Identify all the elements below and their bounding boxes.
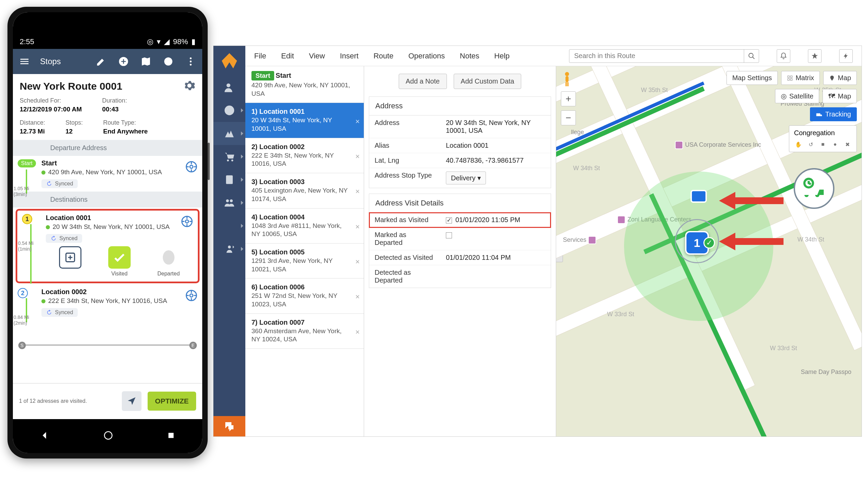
menu-edit[interactable]: Edit — [281, 52, 294, 60]
section-destinations: Destinations — [13, 192, 202, 208]
list-item[interactable]: 2) Location 0002222 E 34th St, New York,… — [245, 138, 364, 173]
list-item[interactable]: 5) Location 00051291 3rd Ave, New York, … — [245, 244, 364, 279]
close-icon[interactable]: × — [355, 222, 360, 231]
zoom-in-button[interactable]: + — [561, 91, 576, 106]
lasso-tool-icon[interactable]: ↺ — [807, 140, 815, 148]
navigate-icon[interactable] — [181, 215, 193, 228]
navigate-icon[interactable] — [185, 161, 197, 173]
clear-tool-icon[interactable]: ✖ — [843, 140, 851, 148]
signal-icon: ◢ — [164, 37, 170, 46]
hamburger-icon[interactable] — [18, 55, 31, 68]
list-item[interactable]: 3) Location 0003405 Lexington Ave, New Y… — [245, 173, 364, 208]
back-icon[interactable] — [40, 430, 50, 442]
svg-point-8 — [163, 250, 174, 265]
action-add-note[interactable] — [59, 246, 81, 277]
map-toggle[interactable]: Map — [823, 71, 857, 85]
stop-marker-1[interactable]: 1 ✓ — [685, 231, 709, 255]
menu-route[interactable]: Route — [374, 52, 394, 60]
side-help[interactable] — [213, 99, 245, 122]
zoom-out-button[interactable]: − — [561, 110, 576, 125]
synced-badge: Synced — [41, 179, 78, 188]
route-search[interactable] — [569, 49, 759, 63]
stop-2[interactable]: 2 0.84 Mi(2min) Location 0002 222 E 34th… — [13, 285, 202, 320]
recent-icon[interactable] — [167, 431, 175, 441]
menu-insert[interactable]: Insert — [340, 52, 359, 60]
stop-type-dropdown[interactable]: Delivery ▾ — [446, 172, 486, 184]
desk-map[interactable]: ‹‹ W 35th St W 35th St W 35th St W 34th … — [556, 66, 862, 436]
action-departed[interactable]: Departed — [157, 246, 180, 277]
svg-rect-26 — [566, 76, 569, 82]
navigate-icon[interactable] — [185, 289, 197, 302]
matrix-toggle[interactable]: Matrix — [781, 71, 820, 85]
close-icon[interactable]: × — [355, 292, 360, 301]
app-logo[interactable] — [213, 46, 245, 76]
vehicle-marker[interactable] — [691, 190, 707, 203]
map-icon[interactable] — [139, 55, 153, 68]
search-input[interactable] — [569, 52, 744, 60]
close-icon[interactable]: × — [355, 152, 360, 161]
scheduled-label: Scheduled For: — [20, 97, 82, 104]
side-routes[interactable] — [213, 122, 245, 145]
rect-tool-icon[interactable]: ■ — [819, 140, 827, 148]
visited-count-msg: 1 of 12 adresses are visited. — [19, 398, 116, 404]
home-icon[interactable] — [103, 430, 113, 442]
stop-start[interactable]: Start 1.05 Mi(3min) Start 420 9th Ave, N… — [13, 156, 202, 192]
tracking-button[interactable]: Tracking — [810, 107, 857, 121]
close-icon[interactable]: × — [355, 257, 360, 266]
bolt-icon[interactable] — [839, 49, 853, 63]
optimize-button[interactable]: OPTIMIZE — [148, 392, 196, 411]
add-icon[interactable] — [117, 55, 130, 68]
route-slider[interactable]: S E — [13, 342, 202, 349]
departed-checkbox[interactable] — [446, 232, 452, 238]
svg-point-18 — [231, 160, 233, 162]
menu-view[interactable]: View — [309, 52, 325, 60]
recenter-button[interactable] — [122, 391, 141, 411]
close-icon[interactable]: × — [355, 117, 360, 126]
add-custom-data-button[interactable]: Add Custom Data — [454, 74, 522, 89]
side-addressbook[interactable] — [213, 168, 245, 191]
side-settings[interactable] — [213, 237, 245, 261]
close-icon[interactable]: × — [355, 187, 360, 196]
satellite-toggle[interactable]: ◎Satellite — [775, 89, 819, 103]
star-icon[interactable] — [808, 49, 822, 63]
side-add-user[interactable] — [213, 76, 245, 99]
side-analytics[interactable] — [213, 214, 245, 237]
gear-icon[interactable] — [183, 79, 195, 93]
map-top-right-controls: Map Settings Matrix Map ◎Satellite 🗺Map … — [727, 71, 857, 152]
synced-badge: Synced — [41, 308, 78, 317]
add-note-button[interactable]: Add a Note — [399, 74, 447, 89]
address-section: Address Address20 W 34th St, New York, N… — [369, 96, 551, 188]
map2-toggle[interactable]: 🗺Map — [823, 89, 857, 103]
list-item[interactable]: 1) Location 0001 20 W 34th St, New York,… — [245, 103, 364, 138]
edit-icon[interactable] — [94, 55, 108, 68]
map-settings-button[interactable]: Map Settings — [727, 71, 778, 85]
menu-operations[interactable]: Operations — [408, 52, 445, 60]
list-item[interactable]: 6) Location 0006251 W 72nd St, New York,… — [245, 279, 364, 313]
stop-address: 222 E 34th St, New York, NY 10016, USA — [41, 297, 197, 305]
bell-icon[interactable] — [777, 49, 790, 63]
desk-detail-panel: Add a Note Add Custom Data Address Addre… — [364, 66, 556, 436]
visited-checkbox[interactable] — [446, 217, 452, 223]
list-item[interactable]: 4) Location 00041048 3rd Ave #8111, New … — [245, 209, 364, 244]
distance-label: Distance: — [20, 119, 45, 126]
overflow-icon[interactable] — [184, 55, 197, 68]
search-icon[interactable] — [744, 49, 759, 63]
sync-icon[interactable] — [162, 55, 175, 68]
stop-1[interactable]: 1 0.54 Mi(1min) Location 0001 20 W 34th … — [17, 211, 198, 282]
side-orders[interactable] — [213, 145, 245, 168]
close-icon[interactable]: × — [355, 328, 360, 337]
menu-file[interactable]: File — [254, 52, 266, 60]
side-team[interactable] — [213, 191, 245, 214]
street-label: W 33rd St — [770, 345, 797, 352]
desk-stops-list: StartStart 420 9th Ave, New York, NY 100… — [245, 66, 364, 436]
menu-notes[interactable]: Notes — [460, 52, 479, 60]
battery-icon: ▮ — [191, 37, 195, 46]
pegman-icon[interactable] — [561, 71, 573, 87]
side-chat[interactable] — [213, 416, 245, 436]
circle-tool-icon[interactable]: ● — [831, 140, 839, 148]
menu-help[interactable]: Help — [494, 52, 510, 60]
list-item[interactable]: StartStart 420 9th Ave, New York, NY 100… — [245, 66, 364, 103]
action-visited[interactable]: Visited — [108, 246, 131, 277]
list-item[interactable]: 7) Location 0007360 Amsterdam Ave, New Y… — [245, 314, 364, 349]
pan-tool-icon[interactable]: ✋ — [794, 140, 803, 148]
